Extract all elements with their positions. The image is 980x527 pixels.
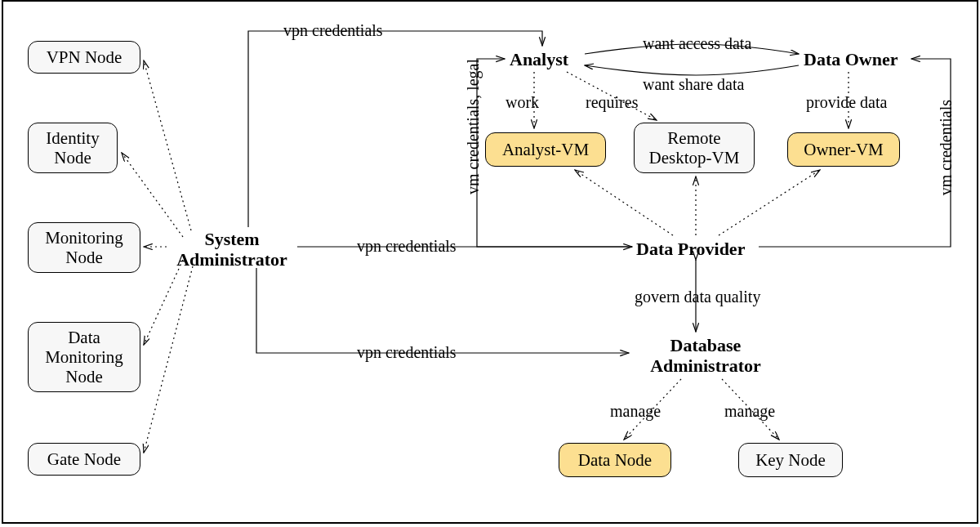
node-analyst-vm: Analyst-VM [485, 132, 606, 167]
label-vpn-credentials-mid: vpn credentials [354, 237, 459, 256]
label-manage-key: manage [722, 402, 777, 421]
actor-label: Analyst [510, 49, 568, 69]
node-label: VPN Node [47, 47, 122, 67]
actor-label: Data Provider [636, 239, 745, 259]
node-label: DataMonitoringNode [45, 328, 123, 386]
label-govern-data-quality: govern data quality [632, 288, 763, 306]
actor-label: Data Owner [804, 49, 898, 69]
label-provide-data: provide data [804, 93, 889, 112]
label-work: work [503, 93, 541, 112]
label-vm-credentials-owner: vm credentials [934, 100, 958, 195]
node-label: Analyst-VM [502, 140, 589, 159]
label-requires: requires [583, 93, 640, 112]
actor-database-administrator: DatabaseAdministrator [632, 335, 779, 377]
actor-data-owner: Data Owner [804, 49, 898, 69]
svg-line-9 [575, 170, 673, 235]
node-monitoring: MonitoringNode [28, 222, 140, 273]
node-label: IdentityNode [46, 128, 99, 167]
actor-label: DatabaseAdministrator [650, 335, 761, 376]
node-label: MonitoringNode [45, 228, 123, 267]
node-label: Gate Node [47, 449, 121, 469]
node-data-node: Data Node [559, 443, 671, 477]
node-label: RemoteDesktop-VM [649, 128, 740, 167]
actor-system-administrator: SystemAdministrator [167, 229, 297, 270]
diagram-frame: VPN Node IdentityNode MonitoringNode Dat… [2, 0, 978, 524]
node-remote-desktop-vm: RemoteDesktop-VM [634, 123, 755, 173]
actor-label: SystemAdministrator [176, 229, 287, 270]
node-data-monitoring: DataMonitoringNode [28, 322, 140, 392]
svg-line-11 [719, 170, 820, 235]
node-identity: IdentityNode [28, 123, 118, 173]
label-vm-credentials-legal: vm credentials, legal [461, 59, 485, 194]
actor-analyst: Analyst [510, 49, 568, 69]
actor-data-provider: Data Provider [636, 239, 745, 259]
label-manage-data: manage [608, 402, 663, 421]
svg-line-4 [144, 266, 193, 453]
node-key-node: Key Node [738, 443, 843, 477]
svg-line-3 [144, 260, 183, 345]
label-vpn-credentials-top: vpn credentials [281, 21, 385, 40]
node-label: Data Node [578, 450, 652, 470]
node-owner-vm: Owner-VM [787, 132, 900, 167]
node-vpn: VPN Node [28, 41, 140, 74]
label-want-share-data: want share data [640, 75, 746, 94]
node-gate: Gate Node [28, 443, 140, 476]
label-want-access-data: want access data [640, 34, 754, 53]
svg-line-0 [144, 60, 191, 230]
label-vpn-credentials-bot: vpn credentials [354, 343, 459, 362]
node-label: Owner-VM [804, 140, 884, 159]
node-label: Key Node [755, 450, 826, 470]
